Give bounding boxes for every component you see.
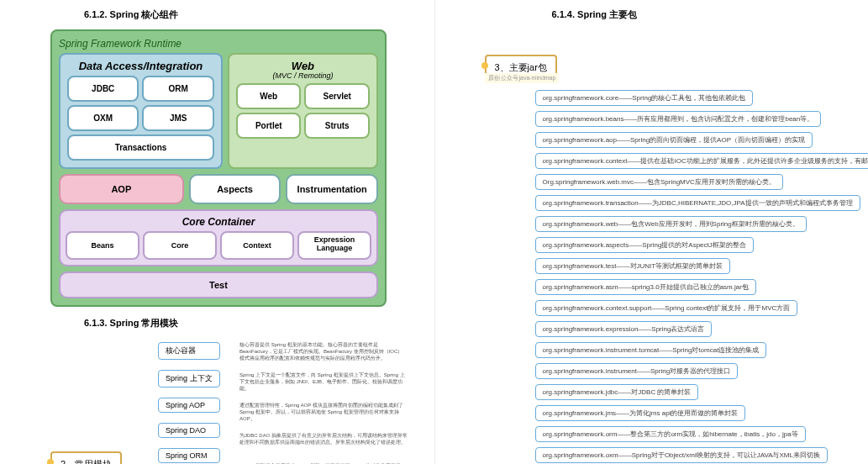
left-column: 6.1.2. Spring 核心组件 Spring Framework Runt… (0, 0, 434, 464)
module-node: Spring 上下文 (158, 370, 220, 388)
module-desc: 通过配置管理特性，Spring AOP 模块直接将面向切面的编程功能集成到了 S… (239, 403, 408, 426)
aspects-box: Aspects (189, 174, 281, 204)
jar-item: org.springframework.test——对JUNIT等测试框架的简单… (535, 258, 731, 274)
context-cell: Context (220, 231, 294, 260)
dai-title: Data Access/Integration (67, 60, 214, 72)
jar-item: org.springframework.orm——整合第三方的orm实现，如hi… (535, 426, 806, 442)
module-node: Spring DAO (158, 423, 220, 438)
web-subtitle: (MVC / Remoting) (236, 71, 370, 80)
instrumentation-box: Instrumentation (286, 174, 378, 204)
jar-item: org.springframework.context.support——Spr… (535, 300, 798, 316)
jdbc-cell: JDBC (67, 76, 139, 102)
oxm-cell: OXM (67, 105, 139, 131)
jar-item: org.springframework.context——提供在基础IOC功能上… (535, 153, 869, 169)
module-node: 核心容器 (158, 342, 220, 360)
jar-item: org.springframework.oxm——Spring对于Object/… (535, 447, 828, 463)
aop-box: AOP (59, 174, 184, 204)
data-access-integration-box: Data Access/Integration JDBC ORM OXM JMS… (59, 53, 223, 169)
struts-cell: Struts (304, 113, 370, 139)
jar-item: org.springframework.expression——Spring表达… (535, 321, 713, 337)
test-box: Test (59, 272, 378, 298)
spring-framework-runtime: Spring Framework Runtime Data Access/Int… (50, 29, 387, 307)
orm-cell: ORM (142, 76, 213, 102)
jms-cell: JMS (142, 105, 213, 131)
beans-cell: Beans (66, 231, 139, 260)
servlet-cell: Servlet (304, 83, 370, 109)
core-cell: Core (143, 231, 217, 260)
jar-item: org.springframework.instrument.tomcat——S… (535, 342, 767, 358)
jar-item: org.springframework.instrument——Spring对服… (535, 363, 739, 379)
jar-item: Org.springframework.web.mvc——包含SpringMVC… (535, 174, 783, 190)
heading-main-packages: 6.1.4. Spring 主要包 (451, 8, 852, 21)
module-desc: Spring 上下文是一个配置文件，向 Spring 框架提供上下文信息。Spr… (239, 372, 408, 396)
right-column: 6.1.4. Spring 主要包 3、主要jar包 原创 公众号java-mi… (434, 0, 869, 464)
jar-item: org.springframework.beans——所有应用都用到，包含访问配… (535, 111, 822, 127)
core-title: Core Container (66, 216, 371, 228)
portlet-cell: Portlet (236, 113, 302, 139)
web-cell: Web (236, 83, 302, 109)
jar-item: org.springframework.aspects——Spring提供的对A… (535, 237, 754, 253)
el-cell: Expression Language (297, 231, 371, 260)
module-node: Spring AOP (158, 398, 220, 413)
jar-item: org.springframework.aop——Spring的面向切面编程，提… (535, 132, 813, 148)
web-box: Web (MVC / Remoting) Web Servlet Portlet… (228, 53, 378, 169)
heading-common-modules: 6.1.3. Spring 常用模块 (17, 317, 418, 330)
core-container-box: Core Container Beans Core Context Expres… (59, 209, 378, 266)
mindmap-root-modules: 2、常用模块 (50, 451, 122, 464)
mindmap-caption-jars: 原创 公众号java-mindmap (485, 73, 560, 83)
heading-core-components: 6.1.2. Spring 核心组件 (17, 8, 418, 21)
module-desc: 为JDBC DAO 抽象层提供了有意义的异常层次结构，可用该结构来管理异常处理和… (239, 433, 408, 456)
jar-item: org.springframework.asm——spring3.0开始提供自己… (535, 279, 756, 295)
jar-item: org.springframework.web——包含Web应用开发时，用到Sp… (535, 216, 807, 232)
jar-item: org.springframework.jms——为简化jms api的使用而做… (535, 405, 746, 421)
transactions-cell: Transactions (67, 134, 214, 161)
jar-item: org.springframework.transaction——为JDBC,H… (535, 195, 860, 211)
module-node: Spring ORM (158, 448, 220, 463)
jar-item: org.springframework.core——Spring的核心工具包，其… (535, 90, 754, 106)
module-desc: 核心容器提供 Spring 框架的基本功能。核心容器的主要组件是 BeanFac… (239, 342, 408, 366)
sfr-title: Spring Framework Runtime (59, 38, 378, 50)
web-title: Web (236, 60, 370, 72)
jar-item: org.springframework.jdbc——对JDBC 的简单封装 (535, 384, 699, 400)
